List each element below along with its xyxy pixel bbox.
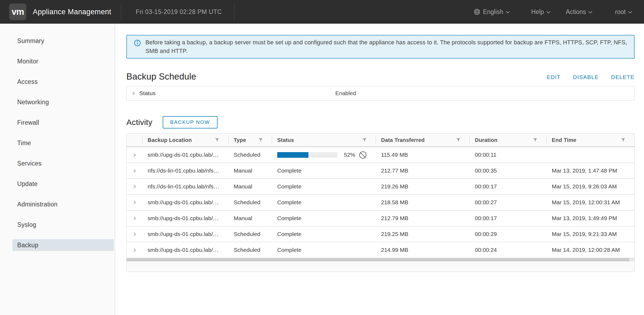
sidebar-item-services[interactable]: Services [12, 158, 114, 169]
expand-row-button[interactable] [127, 169, 142, 173]
sidebar-item-label: Access [17, 78, 38, 85]
cell-duration: 00:00:11 [469, 152, 546, 158]
sidebar-item-label: Monitor [17, 58, 38, 65]
expand-row-button[interactable] [127, 248, 142, 252]
sidebar-item-update[interactable]: Update [12, 178, 114, 190]
filter-icon[interactable] [533, 138, 537, 142]
expand-row-button[interactable] [127, 216, 142, 220]
cell-end-time: Mar 13, 2019, 1:47:48 PM [546, 167, 634, 174]
sidebar-item-backup[interactable]: Backup [12, 239, 114, 251]
backup-progress: 52% [277, 151, 367, 159]
sidebar-item-syslog[interactable]: Syslog [12, 219, 114, 231]
progress-percent-label: 52% [344, 152, 355, 158]
filter-icon[interactable] [362, 138, 367, 142]
chevron-right-icon [133, 169, 137, 173]
progress-bar-track [277, 152, 337, 158]
app-title: Appliance Management [33, 8, 111, 16]
backup-schedule-header: Backup Schedule EDIT DISABLE DELETE [126, 71, 635, 82]
filter-icon[interactable] [456, 138, 460, 142]
cell-type: Manual [228, 167, 272, 174]
table-row: smb://upg-ds-01.cpbu.lab/… Manual Comple… [127, 210, 634, 226]
expand-row-button[interactable] [127, 153, 142, 157]
main-content: Before taking a backup, a backup server … [115, 24, 644, 315]
filter-icon[interactable] [621, 138, 625, 142]
column-header-label: Backup Location [148, 137, 192, 143]
cell-type: Scheduled [228, 231, 272, 237]
sidebar-item-firewall[interactable]: Firewall [12, 117, 114, 128]
cell-duration: 00:00:35 [469, 167, 546, 174]
sidebar-item-summary[interactable]: Summary [12, 35, 114, 47]
table-header-row: Backup Location Type Status Data Transfe… [127, 134, 634, 147]
activity-header: Activity BACKUP NOW [126, 116, 635, 128]
chevron-right-icon [133, 185, 137, 189]
scrollbar-thumb[interactable] [127, 258, 629, 261]
cell-end-time: Mar 15, 2019, 12:00:31 AM [546, 199, 634, 206]
delete-button[interactable]: DELETE [611, 74, 635, 80]
cell-backup-location: smb://upg-ds-01.cpbu.lab/… [142, 215, 228, 221]
status-label: Status [139, 90, 156, 96]
vmware-logo-text: vm [12, 7, 24, 17]
table-row: nfs://ds-lin-01.cpbu.lab/nfs… Manual Com… [127, 163, 634, 179]
actions-dropdown[interactable]: Actions [566, 8, 592, 16]
column-header-label: Duration [475, 137, 497, 143]
cell-status: 52% [272, 151, 376, 159]
topbar-menu: English Help Actions root [474, 8, 632, 16]
sidebar-item-administration[interactable]: Administration [12, 198, 114, 210]
chevron-right-icon[interactable] [131, 91, 136, 95]
sidebar-item-label: Administration [17, 201, 58, 208]
column-header-label: Type [234, 137, 246, 143]
schedule-actions: EDIT DISABLE DELETE [547, 74, 635, 82]
horizontal-scrollbar [127, 258, 634, 262]
filter-icon[interactable] [215, 138, 219, 142]
chevron-down-icon [628, 11, 632, 13]
chevron-right-icon [133, 153, 137, 157]
expand-row-button[interactable] [127, 232, 142, 236]
activity-title: Activity [126, 118, 152, 127]
backup-now-button[interactable]: BACKUP NOW [163, 116, 218, 128]
user-dropdown[interactable]: root [615, 8, 632, 16]
cancel-backup-icon[interactable] [359, 151, 367, 159]
expand-row-button[interactable] [127, 201, 142, 205]
help-dropdown[interactable]: Help [531, 8, 550, 16]
cell-end-time: Mar 15, 2019, 9:26:03 AM [546, 183, 634, 190]
sidebar-item-time[interactable]: Time [12, 137, 114, 149]
chevron-down-icon [588, 11, 592, 13]
cell-backup-location: smb://upg-ds-01.cpbu.lab/… [142, 152, 228, 158]
cell-type: Manual [228, 215, 272, 221]
cell-data-transferred: 214.99 MB [376, 247, 469, 253]
top-bar: vm Appliance Management Fri 03-15-2019 0… [0, 0, 644, 24]
topbar-divider [121, 3, 121, 21]
sidebar-item-monitor[interactable]: Monitor [12, 55, 114, 67]
cell-status: Complete [272, 231, 376, 237]
chevron-right-icon [133, 248, 137, 252]
column-header-label: Data Transferred [381, 137, 425, 143]
cell-backup-location: smb://upg-ds-01.cpbu.lab/… [142, 247, 228, 253]
user-label: root [615, 8, 626, 16]
chevron-right-icon [133, 232, 137, 236]
cell-end-time: Mar 13, 2019, 1:49:49 PM [546, 215, 634, 221]
column-header-label: Status [277, 137, 294, 143]
disable-button[interactable]: DISABLE [573, 74, 599, 80]
cell-duration: 00:00:27 [469, 199, 546, 206]
sidebar-item-label: Networking [17, 99, 49, 106]
expand-row-button[interactable] [127, 185, 142, 189]
info-banner-text: Before taking a backup, a backup server … [145, 38, 628, 55]
cell-backup-location: smb://upg-ds-01.cpbu.lab/… [142, 199, 228, 206]
status-value: Enabled [335, 90, 356, 96]
backup-schedule-title: Backup Schedule [126, 71, 196, 82]
cell-data-transferred: 212.79 MB [376, 215, 469, 221]
edit-button[interactable]: EDIT [547, 74, 561, 80]
column-header-end-time: End Time [546, 134, 634, 146]
schedule-status-row[interactable]: Status Enabled [126, 86, 635, 101]
sidebar-nav: Summary Monitor Access Networking Firewa… [0, 24, 115, 315]
filter-icon[interactable] [259, 138, 263, 142]
sidebar-item-access[interactable]: Access [12, 76, 114, 88]
activity-table: Backup Location Type Status Data Transfe… [126, 133, 635, 272]
language-label: English [483, 8, 503, 16]
cell-end-time: Mar 15, 2019, 9:21:33 AM [546, 231, 634, 237]
language-dropdown[interactable]: English [474, 8, 510, 16]
cell-status: Complete [272, 183, 376, 190]
cell-duration: 00:00:17 [469, 215, 546, 221]
sidebar-item-label: Syslog [17, 221, 36, 228]
sidebar-item-networking[interactable]: Networking [12, 96, 114, 108]
